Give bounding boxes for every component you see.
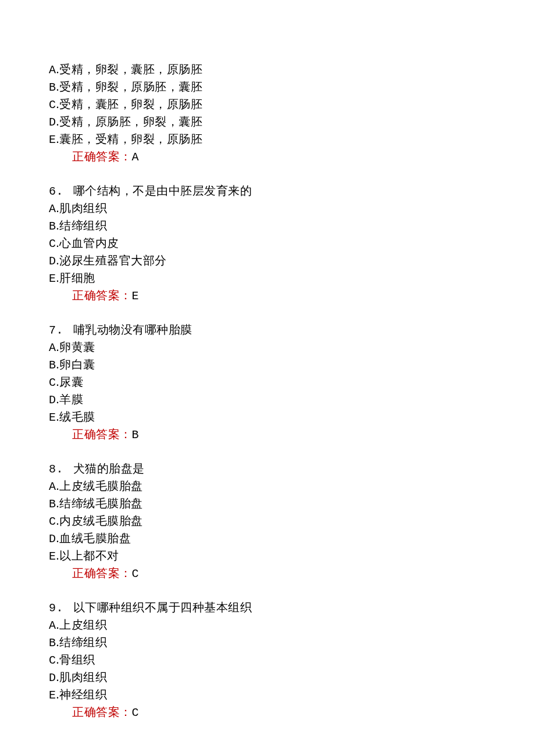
option-line: A.受精，卵裂，囊胚，原肠胚: [49, 61, 535, 78]
question-number: 8.: [49, 463, 63, 476]
option-letter: B: [49, 81, 56, 94]
option-text: 绒毛膜: [59, 410, 95, 423]
option-text: 泌尿生殖器官大部分: [59, 254, 167, 267]
option-letter: B: [49, 220, 56, 233]
option-text: 上皮组织: [59, 618, 107, 631]
option-text: 肌肉组织: [59, 202, 107, 214]
question-text: 犬猫的胎盘是: [73, 462, 145, 475]
option-text: 受精，原肠胚，卵裂，囊胚: [59, 115, 202, 128]
option-line: C.尿囊: [49, 374, 535, 391]
option-letter: C: [49, 654, 56, 667]
option-line: C.心血管内皮: [49, 235, 535, 252]
option-text: 卵黄囊: [59, 341, 95, 353]
option-line: E.绒毛膜: [49, 409, 535, 426]
option-letter: A: [49, 480, 56, 493]
option-line: C.受精，囊胚，卵裂，原肠胚: [49, 96, 535, 113]
stem-gap: [63, 462, 73, 475]
question-number: 6.: [49, 185, 63, 198]
answer-label: 正确答案：: [72, 428, 132, 440]
question-text: 以下哪种组织不属于四种基本组织: [73, 601, 252, 614]
question-stem: 8. 犬猫的胎盘是: [49, 460, 535, 478]
option-letter: D: [49, 532, 56, 546]
option-text: 心血管内皮: [59, 237, 119, 249]
option-text: 羊膜: [59, 393, 83, 406]
answer-label: 正确答案：: [72, 289, 132, 302]
option-letter: A: [49, 341, 56, 354]
option-line: E.神经组织: [49, 686, 535, 704]
option-line: C.内皮绒毛膜胎盘: [49, 513, 535, 530]
option-line: D.泌尿生殖器官大部分: [49, 252, 535, 270]
question-stem: 6. 哪个结构，不是由中胚层发育来的: [49, 182, 535, 200]
spacer: [49, 443, 535, 460]
spacer: [49, 304, 535, 321]
option-text: 受精，卵裂，囊胚，原肠胚: [59, 63, 202, 76]
option-text: 受精，囊胚，卵裂，原肠胚: [59, 98, 202, 110]
answer-value: A: [132, 151, 140, 164]
question-text: 哪个结构，不是由中胚层发育来的: [73, 184, 252, 197]
option-text: 受精，卵裂，原肠胚，囊胚: [59, 80, 202, 93]
option-line: C.骨组织: [49, 651, 535, 669]
option-line: B.结缔组织: [49, 217, 535, 235]
option-text: 以上都不对: [59, 549, 119, 562]
option-line: A.卵黄囊: [49, 339, 535, 356]
answer-value: C: [132, 706, 140, 719]
option-text: 神经组织: [59, 688, 107, 701]
question-text: 哺乳动物没有哪种胎膜: [73, 323, 192, 336]
option-letter: C: [49, 98, 56, 112]
option-line: B.结缔组织: [49, 634, 535, 651]
answer-label: 正确答案：: [72, 567, 132, 579]
option-line: B.结缔绒毛膜胎盘: [49, 495, 535, 513]
option-text: 结缔绒毛膜胎盘: [59, 497, 143, 510]
option-letter: B: [49, 636, 56, 650]
answer-value: E: [132, 289, 140, 303]
option-letter: D: [49, 671, 56, 685]
spacer: [49, 166, 535, 182]
option-letter: A: [49, 63, 56, 77]
option-letter: E: [49, 689, 56, 702]
answer-value: C: [132, 567, 140, 581]
question-number: 9.: [49, 601, 63, 615]
option-text: 上皮绒毛膜胎盘: [59, 479, 143, 492]
option-text: 内皮绒毛膜胎盘: [59, 514, 143, 527]
option-letter: B: [49, 359, 56, 372]
answer-line: 正确答案：E: [49, 287, 535, 304]
option-letter: D: [49, 255, 56, 268]
option-text: 囊胚，受精，卵裂，原肠胚: [59, 132, 202, 145]
option-letter: D: [49, 393, 56, 407]
option-letter: A: [49, 619, 56, 632]
option-letter: E: [49, 272, 56, 285]
option-text: 结缔组织: [59, 219, 107, 232]
answer-line: 正确答案：C: [49, 704, 535, 721]
option-line: B.卵白囊: [49, 356, 535, 374]
spacer: [49, 582, 535, 599]
option-line: D.血绒毛膜胎盘: [49, 530, 535, 547]
option-letter: E: [49, 550, 56, 563]
option-line: B.受精，卵裂，原肠胚，囊胚: [49, 78, 535, 96]
answer-label: 正确答案：: [72, 705, 132, 718]
option-text: 骨组织: [59, 653, 95, 666]
option-letter: C: [49, 515, 56, 528]
answer-label: 正确答案：: [72, 150, 132, 163]
option-line: D.肌肉组织: [49, 669, 535, 686]
option-letter: D: [49, 116, 56, 129]
question-stem: 9. 以下哪种组织不属于四种基本组织: [49, 599, 535, 617]
option-line: D.受精，原肠胚，卵裂，囊胚: [49, 113, 535, 131]
question-number: 7.: [49, 324, 63, 337]
stem-gap: [63, 601, 73, 614]
option-letter: B: [49, 497, 56, 511]
answer-line: 正确答案：B: [49, 426, 535, 443]
stem-gap: [63, 184, 73, 197]
option-line: E.肝细胞: [49, 270, 535, 287]
option-letter: C: [49, 376, 56, 389]
option-line: A.上皮绒毛膜胎盘: [49, 478, 535, 495]
option-line: A.上皮组织: [49, 617, 535, 634]
option-letter: E: [49, 133, 56, 146]
stem-gap: [63, 323, 73, 336]
option-line: A.肌肉组织: [49, 200, 535, 217]
option-line: D.羊膜: [49, 391, 535, 409]
answer-line: 正确答案：A: [49, 148, 535, 166]
option-letter: A: [49, 202, 56, 216]
option-letter: E: [49, 411, 56, 424]
option-line: E.以上都不对: [49, 547, 535, 565]
answer-value: B: [132, 428, 140, 442]
